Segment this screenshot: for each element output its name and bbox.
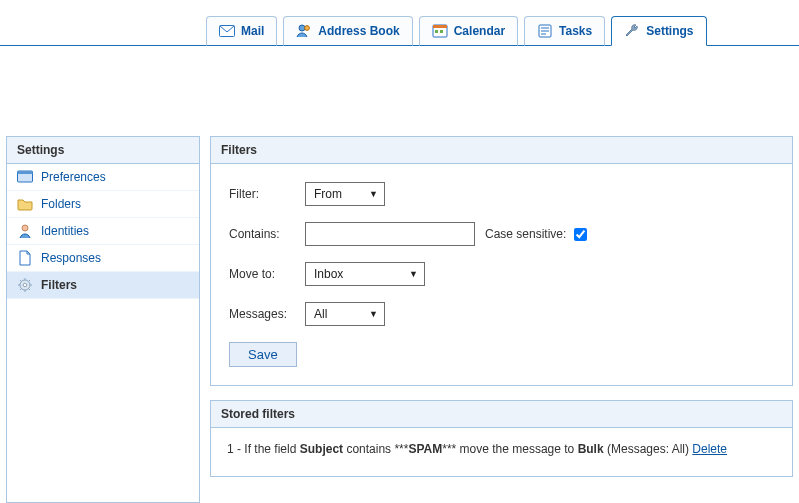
sidebar-item-label: Identities [41,224,89,238]
rule-suffix: (Messages: All) [604,442,693,456]
sidebar-item-label: Preferences [41,170,106,184]
sidebar-item-folders[interactable]: Folders [7,191,199,218]
delete-filter-link[interactable]: Delete [692,442,727,456]
tab-mail[interactable]: Mail [206,16,277,46]
stored-filter-row: 1 - If the field Subject contains ***SPA… [211,428,792,476]
svg-point-10 [22,225,28,231]
messages-select[interactable]: All [305,302,385,326]
tab-mail-label: Mail [241,24,264,38]
svg-point-2 [305,26,310,31]
filter-label: Filter: [229,187,305,201]
sidebar-item-identities[interactable]: Identities [7,218,199,245]
preferences-icon [17,169,33,185]
sidebar-title: Settings [7,137,199,164]
save-button[interactable]: Save [229,342,297,367]
tab-settings-label: Settings [646,24,693,38]
rule-prefix: - If the field [234,442,300,456]
rule-match: SPAM [408,442,442,456]
stored-filters-card: Stored filters 1 - If the field Subject … [210,400,793,477]
rule-mid2: *** move the message to [442,442,577,456]
sidebar-item-label: Filters [41,278,77,292]
sidebar-item-responses[interactable]: Responses [7,245,199,272]
tasks-icon [537,23,553,39]
svg-point-12 [23,283,27,287]
tab-calendar-label: Calendar [454,24,505,38]
filters-card: Filters Filter: From Contains: Case sens… [210,136,793,386]
contains-input[interactable] [305,222,475,246]
settings-sidebar: Settings Preferences Folders Identities … [6,136,200,503]
tab-address-book-label: Address Book [318,24,399,38]
case-sensitive-checkbox[interactable] [574,228,587,241]
gear-icon [17,277,33,293]
svg-rect-6 [440,30,443,33]
contains-label: Contains: [229,227,305,241]
case-sensitive-label: Case sensitive: [485,227,566,241]
address-book-icon [296,23,312,39]
person-icon [17,223,33,239]
filter-field-value: From [314,187,342,201]
rule-field: Subject [300,442,343,456]
rule-target: Bulk [578,442,604,456]
stored-filters-title: Stored filters [211,401,792,428]
svg-rect-4 [433,25,447,28]
wrench-icon [624,23,640,39]
folder-icon [17,196,33,212]
filter-field-select[interactable]: From [305,182,385,206]
rule-index: 1 [227,442,234,456]
sidebar-item-preferences[interactable]: Preferences [7,164,199,191]
calendar-icon [432,23,448,39]
messages-value: All [314,307,327,321]
top-tabbar: Mail Address Book Calendar Tasks Setting… [0,0,799,46]
sidebar-item-filters[interactable]: Filters [7,272,199,299]
mail-icon [219,24,235,38]
tab-calendar[interactable]: Calendar [419,16,518,46]
tab-address-book[interactable]: Address Book [283,16,412,46]
content-area: Filters Filter: From Contains: Case sens… [210,136,793,503]
messages-label: Messages: [229,307,305,321]
tab-settings[interactable]: Settings [611,16,706,46]
moveto-label: Move to: [229,267,305,281]
svg-rect-9 [18,171,33,174]
sidebar-item-label: Responses [41,251,101,265]
sidebar-item-label: Folders [41,197,81,211]
svg-rect-5 [435,30,438,33]
move-to-select[interactable]: Inbox [305,262,425,286]
rule-mid1: contains *** [343,442,408,456]
tab-tasks[interactable]: Tasks [524,16,605,46]
document-icon [17,250,33,266]
move-to-value: Inbox [314,267,343,281]
filters-title: Filters [211,137,792,164]
tab-tasks-label: Tasks [559,24,592,38]
